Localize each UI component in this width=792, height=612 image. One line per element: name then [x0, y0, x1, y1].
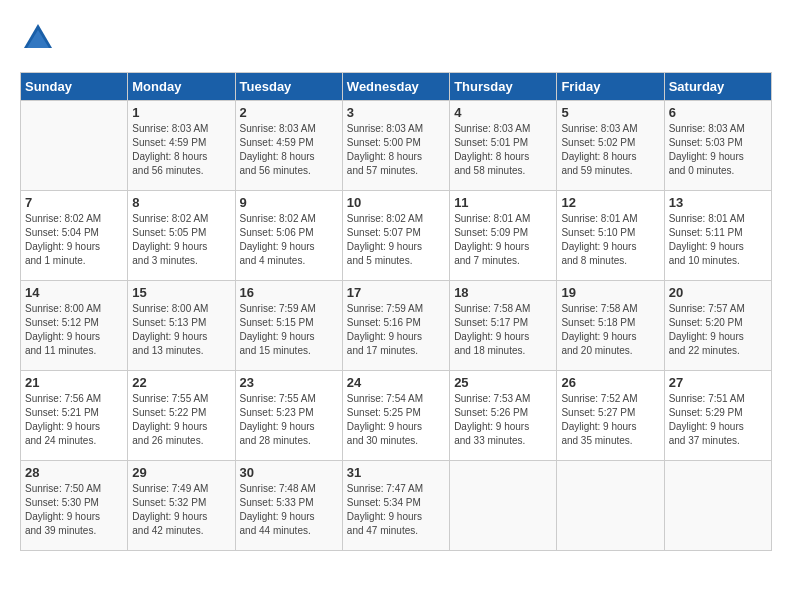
day-info: Sunrise: 7:59 AMSunset: 5:15 PMDaylight:…: [240, 302, 338, 358]
col-header-saturday: Saturday: [664, 73, 771, 101]
day-cell: 6Sunrise: 8:03 AMSunset: 5:03 PMDaylight…: [664, 101, 771, 191]
day-info: Sunrise: 7:50 AMSunset: 5:30 PMDaylight:…: [25, 482, 123, 538]
day-info: Sunrise: 8:01 AMSunset: 5:09 PMDaylight:…: [454, 212, 552, 268]
day-info: Sunrise: 7:55 AMSunset: 5:23 PMDaylight:…: [240, 392, 338, 448]
day-number: 23: [240, 375, 338, 390]
day-cell: [450, 461, 557, 551]
day-cell: 29Sunrise: 7:49 AMSunset: 5:32 PMDayligh…: [128, 461, 235, 551]
week-row-2: 7Sunrise: 8:02 AMSunset: 5:04 PMDaylight…: [21, 191, 772, 281]
day-info: Sunrise: 7:56 AMSunset: 5:21 PMDaylight:…: [25, 392, 123, 448]
day-cell: [664, 461, 771, 551]
day-info: Sunrise: 7:55 AMSunset: 5:22 PMDaylight:…: [132, 392, 230, 448]
day-number: 20: [669, 285, 767, 300]
logo: [20, 20, 60, 56]
day-number: 21: [25, 375, 123, 390]
day-info: Sunrise: 7:51 AMSunset: 5:29 PMDaylight:…: [669, 392, 767, 448]
day-info: Sunrise: 7:52 AMSunset: 5:27 PMDaylight:…: [561, 392, 659, 448]
week-row-1: 1Sunrise: 8:03 AMSunset: 4:59 PMDaylight…: [21, 101, 772, 191]
day-cell: 21Sunrise: 7:56 AMSunset: 5:21 PMDayligh…: [21, 371, 128, 461]
day-info: Sunrise: 8:03 AMSunset: 5:00 PMDaylight:…: [347, 122, 445, 178]
col-header-tuesday: Tuesday: [235, 73, 342, 101]
day-cell: 22Sunrise: 7:55 AMSunset: 5:22 PMDayligh…: [128, 371, 235, 461]
day-number: 18: [454, 285, 552, 300]
day-number: 24: [347, 375, 445, 390]
day-cell: 16Sunrise: 7:59 AMSunset: 5:15 PMDayligh…: [235, 281, 342, 371]
day-cell: 15Sunrise: 8:00 AMSunset: 5:13 PMDayligh…: [128, 281, 235, 371]
day-number: 16: [240, 285, 338, 300]
day-number: 15: [132, 285, 230, 300]
day-cell: 10Sunrise: 8:02 AMSunset: 5:07 PMDayligh…: [342, 191, 449, 281]
day-cell: 31Sunrise: 7:47 AMSunset: 5:34 PMDayligh…: [342, 461, 449, 551]
day-cell: 7Sunrise: 8:02 AMSunset: 5:04 PMDaylight…: [21, 191, 128, 281]
day-cell: 14Sunrise: 8:00 AMSunset: 5:12 PMDayligh…: [21, 281, 128, 371]
day-info: Sunrise: 8:01 AMSunset: 5:10 PMDaylight:…: [561, 212, 659, 268]
day-number: 6: [669, 105, 767, 120]
day-cell: 27Sunrise: 7:51 AMSunset: 5:29 PMDayligh…: [664, 371, 771, 461]
page-header: [20, 20, 772, 56]
day-number: 22: [132, 375, 230, 390]
col-header-friday: Friday: [557, 73, 664, 101]
day-number: 4: [454, 105, 552, 120]
day-cell: 1Sunrise: 8:03 AMSunset: 4:59 PMDaylight…: [128, 101, 235, 191]
day-info: Sunrise: 8:00 AMSunset: 5:13 PMDaylight:…: [132, 302, 230, 358]
day-number: 31: [347, 465, 445, 480]
day-info: Sunrise: 7:49 AMSunset: 5:32 PMDaylight:…: [132, 482, 230, 538]
day-number: 13: [669, 195, 767, 210]
day-info: Sunrise: 7:58 AMSunset: 5:18 PMDaylight:…: [561, 302, 659, 358]
day-cell: 28Sunrise: 7:50 AMSunset: 5:30 PMDayligh…: [21, 461, 128, 551]
day-cell: 9Sunrise: 8:02 AMSunset: 5:06 PMDaylight…: [235, 191, 342, 281]
day-info: Sunrise: 7:53 AMSunset: 5:26 PMDaylight:…: [454, 392, 552, 448]
day-number: 9: [240, 195, 338, 210]
day-info: Sunrise: 8:03 AMSunset: 5:01 PMDaylight:…: [454, 122, 552, 178]
day-cell: 4Sunrise: 8:03 AMSunset: 5:01 PMDaylight…: [450, 101, 557, 191]
day-number: 14: [25, 285, 123, 300]
day-number: 26: [561, 375, 659, 390]
day-number: 5: [561, 105, 659, 120]
day-cell: 13Sunrise: 8:01 AMSunset: 5:11 PMDayligh…: [664, 191, 771, 281]
day-number: 1: [132, 105, 230, 120]
week-row-5: 28Sunrise: 7:50 AMSunset: 5:30 PMDayligh…: [21, 461, 772, 551]
day-cell: 23Sunrise: 7:55 AMSunset: 5:23 PMDayligh…: [235, 371, 342, 461]
day-info: Sunrise: 8:02 AMSunset: 5:05 PMDaylight:…: [132, 212, 230, 268]
day-info: Sunrise: 8:02 AMSunset: 5:07 PMDaylight:…: [347, 212, 445, 268]
col-header-wednesday: Wednesday: [342, 73, 449, 101]
day-cell: 26Sunrise: 7:52 AMSunset: 5:27 PMDayligh…: [557, 371, 664, 461]
day-number: 29: [132, 465, 230, 480]
day-info: Sunrise: 7:58 AMSunset: 5:17 PMDaylight:…: [454, 302, 552, 358]
day-number: 10: [347, 195, 445, 210]
day-number: 12: [561, 195, 659, 210]
day-info: Sunrise: 7:48 AMSunset: 5:33 PMDaylight:…: [240, 482, 338, 538]
day-cell: [557, 461, 664, 551]
day-number: 28: [25, 465, 123, 480]
day-info: Sunrise: 7:54 AMSunset: 5:25 PMDaylight:…: [347, 392, 445, 448]
day-number: 8: [132, 195, 230, 210]
day-cell: 12Sunrise: 8:01 AMSunset: 5:10 PMDayligh…: [557, 191, 664, 281]
col-header-monday: Monday: [128, 73, 235, 101]
day-info: Sunrise: 8:00 AMSunset: 5:12 PMDaylight:…: [25, 302, 123, 358]
day-cell: 8Sunrise: 8:02 AMSunset: 5:05 PMDaylight…: [128, 191, 235, 281]
day-number: 17: [347, 285, 445, 300]
day-cell: 5Sunrise: 8:03 AMSunset: 5:02 PMDaylight…: [557, 101, 664, 191]
day-number: 30: [240, 465, 338, 480]
col-header-sunday: Sunday: [21, 73, 128, 101]
day-cell: 2Sunrise: 8:03 AMSunset: 4:59 PMDaylight…: [235, 101, 342, 191]
day-info: Sunrise: 8:03 AMSunset: 4:59 PMDaylight:…: [132, 122, 230, 178]
day-info: Sunrise: 7:57 AMSunset: 5:20 PMDaylight:…: [669, 302, 767, 358]
day-cell: 18Sunrise: 7:58 AMSunset: 5:17 PMDayligh…: [450, 281, 557, 371]
day-info: Sunrise: 8:03 AMSunset: 5:03 PMDaylight:…: [669, 122, 767, 178]
day-cell: 11Sunrise: 8:01 AMSunset: 5:09 PMDayligh…: [450, 191, 557, 281]
day-number: 3: [347, 105, 445, 120]
week-row-4: 21Sunrise: 7:56 AMSunset: 5:21 PMDayligh…: [21, 371, 772, 461]
day-cell: [21, 101, 128, 191]
day-cell: 24Sunrise: 7:54 AMSunset: 5:25 PMDayligh…: [342, 371, 449, 461]
day-info: Sunrise: 8:03 AMSunset: 4:59 PMDaylight:…: [240, 122, 338, 178]
day-number: 19: [561, 285, 659, 300]
week-row-3: 14Sunrise: 8:00 AMSunset: 5:12 PMDayligh…: [21, 281, 772, 371]
day-info: Sunrise: 8:02 AMSunset: 5:04 PMDaylight:…: [25, 212, 123, 268]
day-number: 27: [669, 375, 767, 390]
day-cell: 25Sunrise: 7:53 AMSunset: 5:26 PMDayligh…: [450, 371, 557, 461]
day-info: Sunrise: 7:47 AMSunset: 5:34 PMDaylight:…: [347, 482, 445, 538]
day-number: 7: [25, 195, 123, 210]
logo-icon: [20, 20, 56, 56]
day-cell: 19Sunrise: 7:58 AMSunset: 5:18 PMDayligh…: [557, 281, 664, 371]
